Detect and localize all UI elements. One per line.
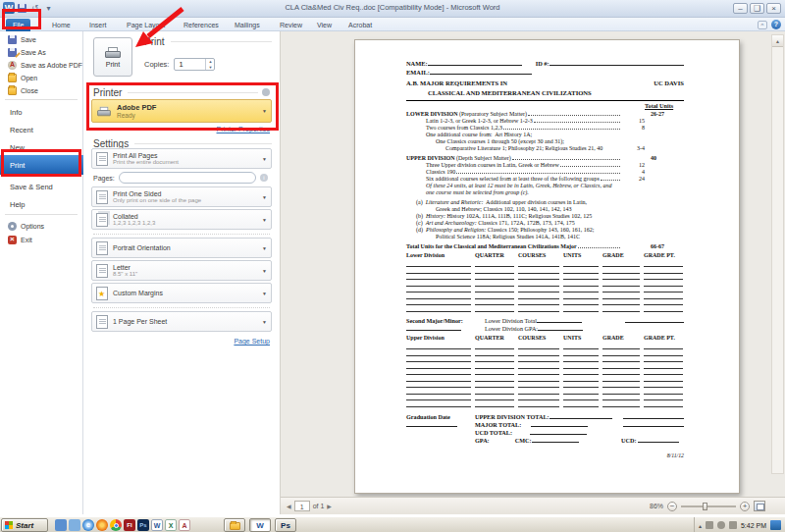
clock[interactable]: 5:42 PM — [741, 522, 766, 529]
internet-explorer-icon[interactable]: e — [82, 519, 94, 531]
help-icon[interactable]: ? — [771, 20, 781, 29]
tray-network-icon[interactable] — [717, 521, 725, 529]
status-bar: ◀ 1 of 1 ▶ 86% − + — [281, 497, 785, 514]
printer-selector[interactable]: Adobe PDF Ready ▼ — [91, 99, 272, 123]
document-line: (d) Philosophy and Religion: Classics 15… — [406, 227, 684, 234]
word-task-button[interactable]: W — [249, 518, 271, 532]
close-button[interactable]: × — [766, 3, 781, 14]
tray-volume-icon[interactable] — [729, 521, 737, 529]
tab-page-layout[interactable]: Page Layout — [120, 19, 172, 31]
sidebar-item-recent[interactable]: Recent — [0, 122, 83, 137]
sidebar-item-exit[interactable]: Exit — [0, 234, 83, 246]
printer-heading: Printer — [93, 87, 258, 98]
sidebar-item-save-as[interactable]: Save As — [0, 46, 83, 59]
window-icon[interactable] — [69, 519, 80, 531]
photoshop-icon[interactable]: Ps — [137, 519, 149, 531]
print-button[interactable]: Print — [93, 37, 132, 77]
restore-button[interactable]: ❑ — [750, 3, 764, 14]
graduation-row4: GPA:CMC: UCD: — [406, 437, 684, 445]
sidebar-item-new[interactable]: New — [0, 139, 83, 155]
lower-division-table-rows — [406, 261, 684, 312]
graduation-row3: UCD TOTAL: — [406, 429, 684, 437]
zoom-slider-thumb[interactable] — [703, 503, 707, 510]
tray-flag-icon[interactable] — [706, 521, 713, 529]
collation-dropdown[interactable]: Collated1,2,3 1,2,3 1,2,3 ▼ — [91, 209, 272, 230]
zoom-percentage[interactable]: 86% — [650, 503, 663, 509]
zoom-in-icon[interactable]: + — [740, 502, 750, 511]
sidebar-item-close[interactable]: Close — [0, 84, 83, 97]
minimize-ribbon-icon[interactable]: ^ — [758, 21, 767, 29]
sidebar-item-open[interactable]: Open — [0, 72, 83, 84]
tab-file[interactable]: File — [6, 19, 30, 31]
access-icon[interactable]: A — [179, 519, 190, 531]
page-setup-link[interactable]: Page Setup — [234, 338, 270, 345]
pages-per-sheet-dropdown[interactable]: 1 Page Per Sheet ▼ — [91, 311, 272, 332]
show-desktop-icon[interactable] — [55, 519, 67, 531]
tab-mailings[interactable]: Mailings — [228, 19, 267, 31]
page-icon — [96, 152, 108, 166]
firefox-icon[interactable] — [96, 519, 108, 531]
zoom-to-page-icon[interactable] — [754, 501, 765, 511]
page-icon — [96, 190, 108, 204]
flash-icon[interactable]: Fl — [124, 519, 135, 531]
previous-page-icon[interactable]: ◀ — [287, 503, 291, 509]
zoom-out-icon[interactable]: − — [667, 502, 677, 511]
document-line: Of these 24 units, at least 12 must be i… — [406, 183, 684, 189]
tab-home[interactable]: Home — [45, 19, 78, 31]
tab-insert[interactable]: Insert — [82, 19, 114, 31]
start-button[interactable]: Start — [1, 518, 48, 532]
chrome-icon[interactable] — [110, 519, 122, 531]
document-preview-page: NAME: ID #: EMAIL: A.B. MAJOR REQUIREMEN… — [354, 39, 740, 494]
printer-properties-link[interactable]: Printer Properties — [217, 126, 270, 133]
document-line: LOWER DIVISION (Preparatory Subject Matt… — [406, 111, 684, 118]
tab-acrobat[interactable]: Acrobat — [341, 19, 379, 31]
windows-taskbar: Start e Fl Ps W X A W Ps ▴ 5:42 PM — [0, 516, 785, 532]
orientation-dropdown[interactable]: Portrait Orientation ▼ — [91, 238, 272, 258]
document-line: Comparative Literature 1; Philosophy 21;… — [406, 145, 684, 152]
document-body-lines: LOWER DIVISION (Preparatory Subject Matt… — [406, 111, 684, 250]
print-range-dropdown[interactable]: Print All PagesPrint the entire document… — [91, 148, 272, 169]
show-desktop-edge-icon[interactable] — [770, 520, 781, 530]
word-icon[interactable]: W — [151, 519, 163, 531]
tray-expand-icon[interactable]: ▴ — [699, 522, 702, 529]
tab-references[interactable]: References — [177, 19, 226, 31]
preview-scrollbar[interactable]: ▲ — [771, 34, 784, 474]
excel-icon[interactable]: X — [165, 519, 177, 531]
sidebar-item-save[interactable]: Save — [0, 33, 83, 46]
printer-status: Ready — [117, 112, 156, 119]
folder-task-button[interactable] — [224, 518, 245, 532]
document-line: (a) Literature and Rhetoric: Additional … — [406, 199, 684, 206]
minimize-button[interactable]: – — [733, 3, 748, 14]
custom-margins-star-icon — [96, 287, 108, 300]
sidebar-separator — [5, 99, 78, 100]
document-line: Latin 1-2-3, or Greek 1-2-3, or Hebrew 1… — [406, 118, 684, 125]
sidebar-item-help[interactable]: Help — [0, 196, 83, 212]
printer-icon — [105, 47, 121, 58]
next-page-icon[interactable]: ▶ — [327, 503, 332, 509]
scroll-up-icon[interactable]: ▲ — [772, 35, 783, 47]
title-bar: W ↺ ▾ CLA Cla&Med Civ Req..doc [Compatib… — [0, 0, 785, 18]
document-line: Political Science 118A; Religious Studie… — [406, 234, 684, 240]
doc-title-row: A.B. MAJOR REQUIREMENTS IN UC DAVIS — [406, 80, 684, 89]
duplex-dropdown[interactable]: Print One SidedOnly print on one side of… — [91, 186, 272, 207]
system-tray: ▴ 5:42 PM — [694, 517, 785, 532]
paper-size-dropdown[interactable]: Letter8.5" x 11" ▼ — [91, 260, 272, 281]
current-page-input[interactable]: 1 — [294, 501, 310, 511]
tab-review[interactable]: Review — [273, 19, 309, 31]
tab-view[interactable]: View — [310, 19, 339, 31]
document-line: (c) Art and Archaeology: Classics 171, 1… — [406, 220, 684, 227]
sidebar-item-save-as-adobe-pdf[interactable]: Save as Adobe PDF — [0, 59, 83, 72]
margins-dropdown[interactable]: Custom Margins ▼ — [91, 283, 272, 303]
pages-input[interactable] — [119, 172, 256, 184]
document-line: Classics 1904 — [406, 169, 684, 176]
photoshop-task-button[interactable]: Ps — [275, 518, 296, 532]
sidebar-item-save-and-send[interactable]: Save & Send — [0, 179, 83, 194]
panel-separator — [91, 82, 272, 83]
sidebar-item-info[interactable]: Info — [0, 104, 83, 120]
close-folder-icon — [8, 86, 17, 95]
sidebar-item-options[interactable]: Options — [0, 220, 83, 233]
copies-stepper[interactable]: 1 ▲▼ — [174, 58, 215, 71]
copies-spin-arrows[interactable]: ▲▼ — [205, 59, 214, 70]
zoom-slider[interactable] — [681, 505, 736, 507]
sidebar-item-print[interactable]: Print — [0, 155, 83, 175]
